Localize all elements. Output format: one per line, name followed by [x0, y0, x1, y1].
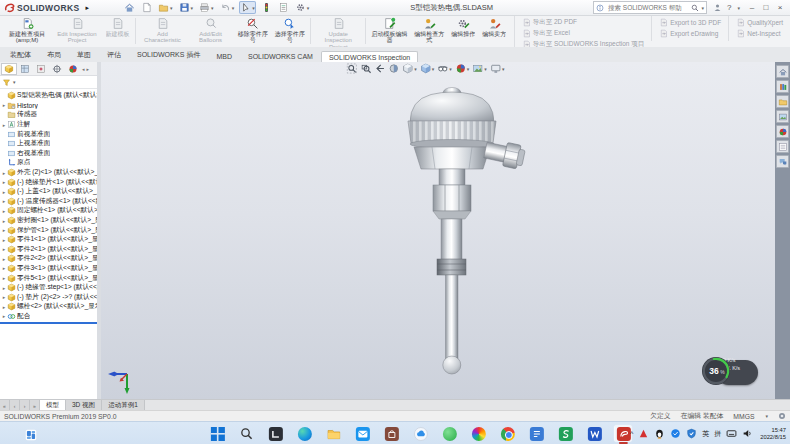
- fm-tab-configuration-manager[interactable]: [33, 63, 49, 75]
- file-explorer-button[interactable]: [776, 95, 789, 108]
- tree-item[interactable]: ▸History: [0, 101, 97, 111]
- minimize-button[interactable]: –: [745, 1, 759, 15]
- graphics-viewport[interactable]: ▾▾▾▾▾▾ 0 K/s0.1 K/s 36 %: [101, 62, 775, 399]
- tree-item[interactable]: ▸外壳 (2)<1> (默认<<默认>_显示状: [0, 168, 97, 178]
- new-template-button[interactable]: 新建模板: [102, 15, 133, 47]
- wps-sheet-app-button[interactable]: [557, 425, 574, 442]
- new-document-button[interactable]: [140, 1, 153, 14]
- fm-tab-dimxpert[interactable]: [49, 63, 65, 75]
- options-button[interactable]: ▾: [294, 1, 311, 14]
- hide-show-items-button[interactable]: ▾: [437, 63, 452, 74]
- previous-view-button[interactable]: [374, 63, 385, 74]
- export-item[interactable]: Export eDrawing: [659, 29, 721, 38]
- rebuild-button[interactable]: [260, 1, 273, 14]
- tree-item[interactable]: ▸(-) 绝缘管.step<1> (默认<<默认>: [0, 283, 97, 293]
- save-button[interactable]: ▾: [178, 1, 195, 14]
- view-orientation-button[interactable]: ▾: [402, 63, 417, 74]
- home-button[interactable]: [123, 1, 136, 14]
- tree-item[interactable]: 前视基准面: [0, 129, 97, 139]
- remove-balloons-button[interactable]: 移除零件序号: [234, 15, 271, 47]
- tree-item[interactable]: 原点: [0, 158, 97, 168]
- section-view-button[interactable]: [388, 63, 399, 74]
- undo-button[interactable]: ▾: [219, 1, 236, 14]
- qq-tray-button[interactable]: [654, 428, 665, 439]
- tree-item[interactable]: ▸零件3<1> (默认<<默认>_显示状: [0, 264, 97, 274]
- tree-splitter-bar[interactable]: [0, 322, 97, 324]
- dark-app-app-button[interactable]: [267, 425, 284, 442]
- green-browser-app-button[interactable]: [441, 425, 458, 442]
- taskbar-clock[interactable]: 15:472022/8/15: [760, 427, 786, 440]
- command-tab[interactable]: 评估: [99, 47, 129, 62]
- fm-tab-feature-tree[interactable]: [1, 63, 17, 75]
- blue-app-tray-button[interactable]: [670, 428, 681, 439]
- filter-funnel-icon[interactable]: [2, 78, 11, 87]
- tree-item[interactable]: ▸配合: [0, 312, 97, 322]
- caret-down-icon[interactable]: ▾: [432, 66, 435, 72]
- view-palette-button[interactable]: [776, 110, 789, 123]
- fm-tab-display-manager[interactable]: [65, 63, 81, 75]
- edit-appearance-button[interactable]: ▾: [455, 63, 470, 74]
- add-characteristic-button[interactable]: Add Characteristic: [138, 15, 187, 47]
- search-icon[interactable]: [691, 4, 699, 12]
- caret-down-icon[interactable]: ▾: [765, 413, 768, 419]
- ime-pinyin-indicator[interactable]: 拼: [714, 429, 721, 439]
- view-settings-button[interactable]: ▾: [490, 63, 505, 74]
- file-explorer-app-button[interactable]: [325, 425, 342, 442]
- edge-app-button[interactable]: [296, 425, 313, 442]
- caret-down-icon[interactable]: ▾: [252, 5, 255, 11]
- caret-down-icon[interactable]: ▾: [702, 5, 705, 11]
- caret-down-icon[interactable]: ▾: [170, 5, 173, 11]
- tree-item[interactable]: ▸零件1<1> (默认<<默认>_显示状态: [0, 235, 97, 245]
- command-tab[interactable]: MBD: [208, 50, 240, 62]
- new-inspection-project-button[interactable]: 新建检查项目 (amp;M): [2, 15, 52, 47]
- edit-inspection-methods-button[interactable]: 编辑检查方式: [411, 15, 448, 47]
- edit-inspection-project-button[interactable]: Edit Inspection Project: [52, 15, 102, 47]
- tree-item[interactable]: ▸零件2<2> (默认<<默认>_显示状: [0, 254, 97, 264]
- tab-scroll-right-icon[interactable]: ▸: [86, 66, 91, 72]
- add-edit-balloons-button[interactable]: Add/Edit Balloons: [187, 15, 234, 47]
- security-shield-tray-button[interactable]: [686, 428, 697, 439]
- tree-item[interactable]: ▸零件5<1> (默认<<默认>_显示状: [0, 273, 97, 283]
- zoom-area-button[interactable]: [360, 63, 371, 74]
- help-button[interactable]: ?: [727, 3, 731, 12]
- status-item[interactable]: MMGS: [733, 413, 754, 420]
- mail-app-button[interactable]: [354, 425, 371, 442]
- tree-item[interactable]: ▸(-) 垫片 (2)<2> ->? (默认<<默认>: [0, 292, 97, 302]
- touch-keyboard-tray-button[interactable]: [726, 428, 737, 439]
- edit-vendors-button[interactable]: 编辑卖方: [479, 15, 510, 47]
- command-tab[interactable]: 布局: [39, 47, 69, 62]
- launch-template-editor-button[interactable]: 启动模板编辑器: [368, 15, 411, 47]
- select-balloons-button[interactable]: 选择零件序号: [271, 15, 308, 47]
- status-badge-icon[interactable]: [778, 412, 786, 420]
- solidworks-resources-button[interactable]: [776, 65, 789, 78]
- tree-item[interactable]: ▸注解: [0, 120, 97, 130]
- wps-word-app-button[interactable]: [586, 425, 603, 442]
- help-search-box[interactable]: ▾: [593, 1, 707, 14]
- command-tab[interactable]: 装配体: [2, 47, 39, 62]
- start-app-button[interactable]: [209, 425, 226, 442]
- apply-scene-button[interactable]: ▾: [472, 63, 487, 74]
- display-style-button[interactable]: ▾: [420, 63, 435, 74]
- search-input[interactable]: [606, 3, 688, 12]
- command-tab[interactable]: SOLIDWORKS 插件: [129, 47, 208, 62]
- caret-down-icon[interactable]: ▾: [484, 66, 487, 72]
- design-library-button[interactable]: [776, 80, 789, 93]
- print-button[interactable]: ▾: [198, 1, 215, 14]
- export-item[interactable]: Export to 3D PDF: [659, 18, 721, 27]
- widgets-app-button[interactable]: [22, 426, 39, 443]
- zoom-fit-button[interactable]: [346, 63, 357, 74]
- caret-down-icon[interactable]: ▾: [307, 5, 310, 11]
- tree-item[interactable]: ▸螺栓<2> (默认<<默认>_显示状态: [0, 302, 97, 312]
- caret-down-icon[interactable]: ▾: [502, 66, 505, 72]
- color-wheel-app-button[interactable]: [470, 425, 487, 442]
- maximize-button[interactable]: □: [759, 1, 773, 15]
- ime-en-indicator[interactable]: 英: [702, 429, 709, 439]
- appearances-scenes-button[interactable]: [776, 125, 789, 138]
- chrome-app-button[interactable]: [499, 425, 516, 442]
- thermocouple-model[interactable]: [101, 62, 775, 399]
- tree-item[interactable]: ▸(-) 温度传感器<1> (默认<<默认>_: [0, 197, 97, 207]
- file-properties-button[interactable]: [277, 1, 290, 14]
- search-app-button[interactable]: [238, 425, 255, 442]
- export-item[interactable]: Net-Inspect: [736, 29, 783, 38]
- tree-item[interactable]: ▸固定螺栓<1> (默认<<默认>_显示: [0, 206, 97, 216]
